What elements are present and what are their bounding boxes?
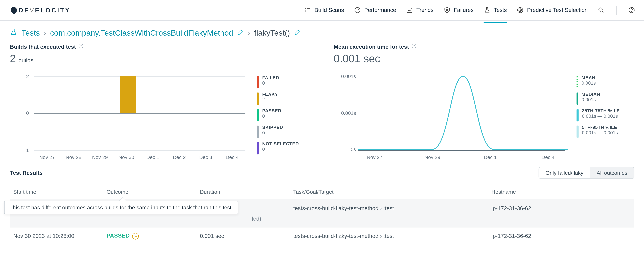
chevron-right-icon: › <box>380 205 382 211</box>
builds-count: 2 <box>10 52 16 65</box>
nav-trends[interactable]: Trends <box>406 4 434 16</box>
nav-label: Failures <box>454 7 474 13</box>
cell-target: tests-cross-build-flaky-test-method › :t… <box>290 199 488 214</box>
gridline <box>34 76 246 77</box>
col-start[interactable]: Start time <box>10 184 103 199</box>
legend-value: 0 <box>262 80 279 86</box>
flask-icon <box>484 6 490 14</box>
svg-point-6 <box>355 8 360 13</box>
nav-label: Performance <box>364 7 396 13</box>
builds-unit: builds <box>18 57 34 64</box>
legend-value: 0.001s <box>582 97 600 103</box>
legend-name: MEDIAN <box>582 92 600 97</box>
breadcrumb-class[interactable]: com.company.TestClassWithCrossBuildFlaky… <box>50 28 233 38</box>
swatch-green <box>257 109 259 122</box>
results-title: Test Results <box>10 170 43 176</box>
y-tick: 2 <box>21 74 29 79</box>
legend-not-selected: NOT SELECTED0 <box>257 141 299 154</box>
svg-point-5 <box>305 12 306 12</box>
swatch-median <box>576 92 578 105</box>
builds-panel: Builds that executed test 2 builds 2 0 1… <box>10 43 310 158</box>
brand-text-mid: V <box>30 6 35 14</box>
breadcrumb: Tests › com.company.TestClassWithCrossBu… <box>0 21 644 43</box>
panel-title-text: Builds that executed test <box>10 44 76 50</box>
flaky-tooltip: This test has different outcomes across … <box>4 201 238 214</box>
help-icon[interactable] <box>78 43 84 50</box>
table-header-row: Start time Outcome Duration Task/Goal/Ta… <box>10 184 634 199</box>
legend-value: 0.001s — 0.001s <box>582 130 618 136</box>
nav-tests[interactable]: Tests <box>484 4 507 16</box>
nav-search[interactable] <box>598 4 605 16</box>
gauge-icon <box>354 6 361 14</box>
svg-point-8 <box>519 9 522 12</box>
legend-p90: 5TH-95TH %ILE0.001s — 0.001s <box>576 125 620 138</box>
y-tick: 0.001s <box>337 110 356 116</box>
flaky-badge-icon[interactable]: F <box>132 233 139 240</box>
flask-icon <box>10 28 17 38</box>
y-tick: 1 <box>21 148 29 153</box>
filter-only-failed[interactable]: Only failed/flaky <box>539 167 590 178</box>
bar-flaky-nov30[interactable] <box>120 76 136 113</box>
col-host[interactable]: Hostname <box>488 184 634 199</box>
cell-target: tests-cross-build-flaky-test-method › :t… <box>290 228 488 244</box>
swatch-iqr <box>576 109 578 122</box>
table-subrow[interactable]: led) <box>10 214 634 228</box>
legend-name: SKIPPED <box>262 125 283 130</box>
legend-value: 0 <box>262 130 283 136</box>
edit-icon[interactable] <box>237 28 244 38</box>
legend-median: MEDIAN0.001s <box>576 92 620 105</box>
legend-name: 25TH-75TH %ILE <box>582 108 620 114</box>
nav-build-scans[interactable]: Build Scans <box>304 4 344 16</box>
legend-iqr: 25TH-75TH %ILE0.001s — 0.001s <box>576 108 620 122</box>
nav-performance[interactable]: Performance <box>354 4 396 16</box>
swatch-mean <box>576 76 578 88</box>
line-legend: MEAN0.001s MEDIAN0.001s 25TH-75TH %ILE0.… <box>576 71 620 158</box>
nav-label: Build Scans <box>314 7 344 13</box>
swatch-gray <box>257 126 259 138</box>
help-icon <box>628 6 635 14</box>
col-target[interactable]: Task/Goal/Target <box>290 184 488 199</box>
table-row[interactable]: Nov 30 2023 at 10:28:00 PASSEDF 0.001 se… <box>10 228 634 244</box>
test-results: Test Results Only failed/flaky All outco… <box>0 158 644 244</box>
nav-help[interactable] <box>628 4 635 16</box>
builds-bar-chart[interactable]: 2 0 1 Nov 27 Nov 28 Nov 29 Nov 30 Dec 1 … <box>10 71 250 158</box>
col-outcome[interactable]: Outcome <box>103 184 196 199</box>
svg-point-4 <box>305 10 306 10</box>
main-nav: Build Scans Performance Trends Failures … <box>304 4 635 16</box>
brand-text-left: DE <box>19 6 30 14</box>
svg-point-7 <box>518 8 523 13</box>
chevron-right-icon: › <box>44 30 46 36</box>
panel-title: Builds that executed test <box>10 43 310 50</box>
nav-label: Tests <box>494 7 507 13</box>
brand-logo[interactable]: DEVELOCITY <box>11 6 70 14</box>
help-icon[interactable] <box>412 43 417 50</box>
edit-icon[interactable] <box>294 28 301 38</box>
breadcrumb-root[interactable]: Tests <box>22 28 40 38</box>
target-task: :test <box>384 233 394 239</box>
cell-duration: 0.001 sec <box>196 228 290 244</box>
list-icon <box>304 6 311 14</box>
mean-line-chart[interactable]: 0.001s 0.001s 0s Nov 27 Nov 29 Dec 1 Dec… <box>334 71 569 158</box>
legend-flaky: FLAKY2 <box>257 92 299 105</box>
breadcrumb-method: flakyTest() <box>254 28 290 38</box>
nav-predictive[interactable]: Predictive Test Selection <box>517 4 588 16</box>
legend-name: PASSED <box>262 108 281 114</box>
cell-outcome: PASSEDF <box>103 228 196 244</box>
search-icon <box>598 6 605 14</box>
svg-point-3 <box>305 8 306 8</box>
legend-skipped: SKIPPED0 <box>257 125 299 138</box>
svg-point-16 <box>414 47 414 47</box>
filter-all-outcomes[interactable]: All outcomes <box>590 167 634 178</box>
panel-title: Mean execution time for test <box>334 43 634 50</box>
target-icon <box>517 6 524 14</box>
svg-point-12 <box>632 12 632 12</box>
nav-failures[interactable]: Failures <box>444 4 474 16</box>
swatch-orange <box>257 92 259 105</box>
y-tick: 0.001s <box>337 74 356 79</box>
line-series <box>358 75 568 154</box>
panel-summary: 0.001 sec <box>334 52 634 65</box>
tooltip-text: This test has different outcomes across … <box>10 204 233 211</box>
brand-text-right: ELOCITY <box>35 6 71 14</box>
cell-sub-outcome: led) <box>196 214 634 228</box>
col-duration[interactable]: Duration <box>196 184 290 199</box>
